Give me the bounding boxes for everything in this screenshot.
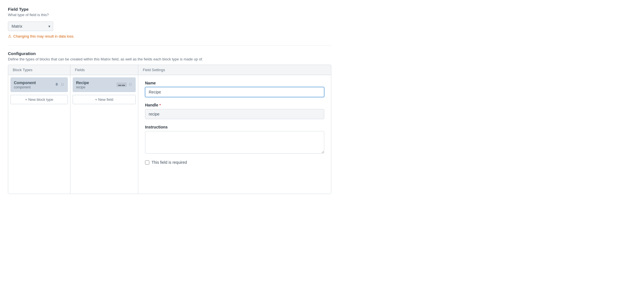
block-type-info: Component component bbox=[14, 80, 36, 89]
configuration-title: Configuration bbox=[8, 51, 331, 56]
handle-field-group: Handle * bbox=[145, 103, 324, 119]
block-type-icons bbox=[55, 82, 64, 87]
handle-input[interactable] bbox=[145, 109, 324, 119]
field-type-desc: What type of field is this? bbox=[8, 13, 331, 17]
section-divider bbox=[8, 45, 331, 45]
new-block-type-button[interactable]: + New block type bbox=[10, 95, 68, 104]
warning-icon: ⚠ bbox=[8, 34, 12, 38]
matrix-body: Component component bbox=[8, 75, 331, 194]
field-settings-column: Name Handle * Instructions bbox=[138, 75, 331, 194]
svg-point-10 bbox=[131, 84, 131, 85]
required-checkbox[interactable] bbox=[145, 160, 149, 165]
field-settings-header: Field Settings bbox=[138, 65, 331, 75]
field-icons: ▬ ▬ bbox=[116, 82, 132, 87]
fields-header: Fields bbox=[70, 65, 138, 75]
svg-point-1 bbox=[61, 84, 62, 85]
svg-point-9 bbox=[131, 83, 131, 84]
required-field-group: This field is required bbox=[145, 160, 324, 165]
block-types-column: Component component bbox=[8, 75, 70, 194]
field-move-icon[interactable] bbox=[128, 82, 132, 87]
gear-icon[interactable] bbox=[55, 82, 59, 87]
block-type-name: Component bbox=[14, 80, 36, 85]
svg-point-0 bbox=[61, 83, 62, 84]
instructions-textarea[interactable] bbox=[145, 131, 324, 154]
instructions-field-label: Instructions bbox=[145, 125, 324, 129]
required-checkbox-row: This field is required bbox=[145, 160, 324, 165]
fields-column: Recipe recipe ▬ ▬ bbox=[70, 75, 138, 194]
svg-point-2 bbox=[61, 85, 62, 86]
required-checkbox-label: This field is required bbox=[152, 160, 187, 165]
field-type-badge: ▬ ▬ bbox=[116, 82, 127, 87]
page-container: Field Type What type of field is this? M… bbox=[0, 0, 339, 201]
name-field-label: Name bbox=[145, 81, 324, 85]
block-types-header: Block Types bbox=[8, 65, 70, 75]
block-type-item[interactable]: Component component bbox=[10, 77, 68, 92]
field-name: Recipe bbox=[76, 80, 89, 85]
field-handle: recipe bbox=[76, 85, 89, 89]
svg-point-4 bbox=[63, 84, 64, 85]
handle-field-label: Handle * bbox=[145, 103, 324, 107]
svg-point-11 bbox=[131, 85, 131, 86]
svg-point-5 bbox=[63, 85, 64, 86]
configuration-section: Configuration Define the types of blocks… bbox=[8, 51, 331, 194]
field-type-section: Field Type What type of field is this? M… bbox=[8, 7, 331, 38]
svg-point-7 bbox=[129, 84, 130, 85]
required-star: * bbox=[159, 103, 161, 107]
name-input[interactable] bbox=[145, 87, 324, 97]
field-type-select[interactable]: Matrix Plain Text Rich Text Assets Entri… bbox=[8, 21, 53, 31]
block-type-handle: component bbox=[14, 85, 36, 89]
field-item[interactable]: Recipe recipe ▬ ▬ bbox=[73, 77, 136, 92]
svg-point-3 bbox=[63, 83, 64, 84]
svg-point-6 bbox=[129, 83, 130, 84]
instructions-field-group: Instructions bbox=[145, 125, 324, 154]
name-field-group: Name bbox=[145, 81, 324, 97]
matrix-table: Block Types Fields Field Settings Compon… bbox=[8, 65, 331, 194]
svg-point-8 bbox=[129, 85, 130, 86]
new-field-button[interactable]: + New field bbox=[73, 95, 136, 104]
field-info: Recipe recipe bbox=[76, 80, 89, 89]
field-type-select-wrapper: Matrix Plain Text Rich Text Assets Entri… bbox=[8, 21, 53, 31]
warning-message: ⚠ Changing this may result in data loss. bbox=[8, 34, 331, 38]
matrix-header: Block Types Fields Field Settings bbox=[8, 65, 331, 75]
field-type-title: Field Type bbox=[8, 7, 331, 12]
configuration-desc: Define the types of blocks that can be c… bbox=[8, 57, 331, 61]
move-icon[interactable] bbox=[60, 82, 64, 87]
